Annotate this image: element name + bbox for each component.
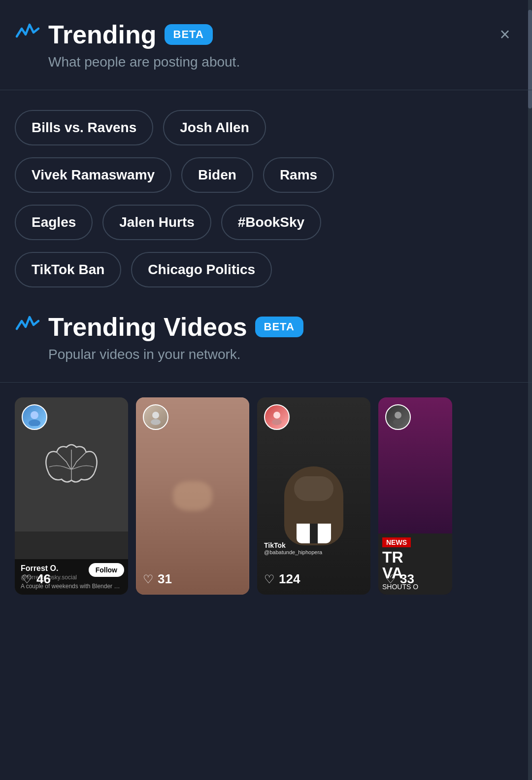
- tags-row-2: Vivek Ramaswamy Biden Rams: [15, 157, 517, 193]
- tags-row-1: Bills vs. Ravens Josh Allen: [15, 110, 517, 145]
- videos-subtitle: Popular videos in your network.: [15, 347, 517, 362]
- like-count-1: 46: [36, 571, 51, 587]
- heart-icon-3: ♡: [264, 572, 275, 586]
- trending-tags: Bills vs. Ravens Josh Allen Vivek Ramasw…: [15, 110, 517, 287]
- heart-icon-1: ♡: [22, 572, 33, 586]
- tag-josh-allen[interactable]: Josh Allen: [163, 110, 266, 145]
- tag-eagles[interactable]: Eagles: [15, 205, 93, 240]
- tiktok-watermark: TikTok @babatunde_hiphopera: [264, 541, 322, 555]
- tag-jalen-hurts[interactable]: Jalen Hurts: [102, 205, 211, 240]
- header-left: Trending BETA: [15, 20, 213, 49]
- heart-icon-2: ♡: [143, 572, 154, 586]
- trending-subtitle: What people are posting about.: [15, 54, 517, 70]
- svg-point-7: [393, 419, 403, 425]
- likes-row-3: ♡ 124: [264, 571, 300, 587]
- likes-row-1: ♡ 46: [22, 571, 51, 587]
- video-card-2[interactable]: ♡ 31: [136, 397, 249, 595]
- news-badge: NEWS: [382, 537, 411, 547]
- tag-vivek-ramaswamy[interactable]: Vivek Ramaswamy: [15, 157, 171, 193]
- brain-visual: [39, 440, 103, 489]
- trending-videos-section: Trending Videos BETA Popular videos in y…: [15, 312, 517, 595]
- video-card-1[interactable]: Follow Forrest O. @forresto.bsky.social …: [15, 397, 128, 595]
- tags-row-3: Eagles Jalen Hurts #BookSky: [15, 205, 517, 240]
- close-button[interactable]: ×: [493, 22, 517, 47]
- svg-point-1: [29, 420, 40, 426]
- page-title: Trending: [48, 20, 157, 49]
- video-card-4[interactable]: NEWS TRVA SHOUTS O ♡ 33: [378, 397, 452, 595]
- video-avatar-1: [22, 404, 47, 430]
- videos-beta-badge: BETA: [255, 317, 303, 337]
- svg-point-2: [152, 412, 159, 419]
- trending-wave-icon: [15, 21, 40, 48]
- like-count-4: 33: [400, 571, 414, 587]
- videos-title: Trending Videos: [48, 312, 247, 342]
- svg-point-0: [31, 411, 38, 419]
- likes-row-2: ♡ 31: [143, 571, 172, 587]
- svg-point-6: [395, 412, 401, 419]
- beta-badge: BETA: [165, 24, 213, 45]
- likes-row-4: ♡ 33: [385, 571, 414, 587]
- like-count-3: 124: [279, 571, 300, 587]
- like-count-2: 31: [158, 571, 172, 587]
- video-card-3[interactable]: TikTok @babatunde_hiphopera ♡ 124: [257, 397, 370, 595]
- tag-chicago-politics[interactable]: Chicago Politics: [131, 252, 272, 287]
- svg-point-5: [272, 419, 282, 425]
- video-avatar-4: [385, 404, 411, 430]
- trending-header: Trending BETA ×: [15, 20, 517, 49]
- heart-icon-4: ♡: [385, 572, 396, 586]
- video-avatar-2: [143, 404, 168, 430]
- videos-wave-icon: [15, 313, 40, 341]
- header-divider: [0, 90, 532, 90]
- tag-biden[interactable]: Biden: [181, 157, 253, 193]
- svg-point-4: [273, 412, 280, 419]
- tag-bills-ravens[interactable]: Bills vs. Ravens: [15, 110, 153, 145]
- tag-tiktok-ban[interactable]: TikTok Ban: [15, 252, 121, 287]
- videos-row: Follow Forrest O. @forresto.bsky.social …: [15, 397, 517, 595]
- tags-row-4: TikTok Ban Chicago Politics: [15, 252, 517, 287]
- follow-button-1[interactable]: Follow: [89, 563, 124, 577]
- tag-booksky[interactable]: #BookSky: [221, 205, 321, 240]
- video-avatar-3: [264, 404, 290, 430]
- videos-header: Trending Videos BETA: [15, 312, 517, 342]
- tag-rams[interactable]: Rams: [263, 157, 334, 193]
- svg-point-3: [151, 419, 161, 425]
- videos-divider: [0, 382, 532, 383]
